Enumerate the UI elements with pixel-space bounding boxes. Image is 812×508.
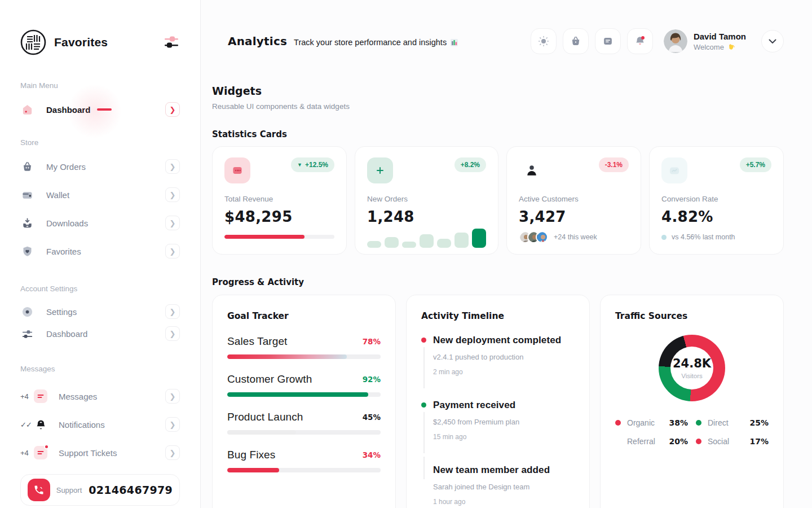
goal-tracker-panel: Goal Tracker Sales Target78% Customer Gr… [212, 295, 396, 508]
chevron-right-icon[interactable]: ❯ [165, 445, 180, 460]
theme-toggle-button[interactable] [531, 28, 557, 54]
stat-label: Active Customers [519, 195, 629, 203]
download-icon [20, 216, 34, 230]
user-menu[interactable]: David Tamon Welcome [664, 29, 746, 53]
page-subtitle: Track your store performance and insight… [294, 38, 458, 47]
legend-label: Organic [627, 418, 655, 427]
legend-item: Social 17% [696, 437, 769, 446]
goal-row: Sales Target78% [227, 335, 381, 359]
chevron-right-icon[interactable]: ❯ [165, 326, 180, 341]
brand-logo-icon [20, 29, 46, 55]
sidebar-item-label: Messages [59, 392, 97, 401]
sidebar-item-notifications[interactable]: ✓✓ Notifications ❯ [20, 416, 180, 433]
customer-avatars: +24 this week [519, 231, 629, 243]
sidebar-item-messages[interactable]: +4 Messages ❯ [20, 388, 180, 405]
goal-progress-track [227, 392, 381, 397]
main-content: Analytics Track your store performance a… [201, 0, 812, 508]
goal-progress-fill [227, 430, 296, 435]
traffic-legend: Organic 38% Direct 25% Referral 20% [615, 418, 769, 446]
stat-label: Conversion Rate [661, 195, 771, 203]
support-contact-card[interactable]: Support 02146467979 [20, 474, 180, 506]
sidebar-item-label: Dashboard [46, 329, 87, 339]
teal-dot-icon [661, 235, 667, 240]
chevron-right-icon[interactable]: ❯ [165, 102, 180, 117]
goal-name: Bug Fixes [227, 449, 275, 461]
sidebar-item-label: Downloads [46, 218, 88, 228]
panel-title: Activity Timeline [421, 311, 575, 321]
chevron-down-icon[interactable] [761, 30, 784, 52]
event-title: New team member added [433, 465, 575, 476]
chevron-right-icon[interactable]: ❯ [165, 216, 180, 230]
stat-value: $48,295 [224, 208, 334, 225]
unread-count-badge: +4 [20, 392, 34, 401]
credit-card-icon [224, 157, 250, 183]
chevron-right-icon[interactable]: ❯ [165, 389, 180, 404]
chevron-right-icon[interactable]: ❯ [165, 304, 180, 319]
timeline-event: Payment received $2,450 from Premium pla… [421, 400, 575, 441]
trend-icon [661, 157, 687, 183]
chevron-right-icon[interactable]: ❯ [165, 417, 180, 432]
ticket-lines-icon [34, 446, 47, 459]
mini-bar [402, 242, 416, 248]
change-badge[interactable]: ▼ +12.5% [291, 157, 334, 172]
goal-progress-track [227, 430, 381, 435]
orders-mini-bar-chart [367, 229, 486, 248]
legend-value: 20% [669, 437, 688, 446]
page-title: Analytics [228, 34, 287, 48]
sidebar-item-downloads[interactable]: Downloads ❯ [20, 214, 180, 231]
goal-name: Customer Growth [227, 373, 312, 386]
sun-icon [537, 35, 550, 47]
legend-label: Referral [627, 437, 655, 446]
visitors-unit: Visitors [681, 373, 703, 379]
chevron-right-icon[interactable]: ❯ [165, 244, 180, 259]
goal-row: Customer Growth92% [227, 373, 381, 397]
sidebar-sliders-toggle[interactable] [163, 35, 180, 50]
sidebar-item-my-orders[interactable]: My Orders ❯ [20, 158, 180, 175]
chevron-right-icon[interactable]: ❯ [165, 187, 180, 202]
mini-bar [437, 239, 451, 248]
legend-value: 17% [749, 437, 769, 446]
user-name: David Tamon [694, 32, 746, 41]
sidebar-item-dashboard[interactable]: Dashboard ❯ [20, 101, 180, 118]
conversion-note: vs 4.56% last month [672, 233, 735, 241]
sidebar-item-support-tickets[interactable]: +4 Support Tickets ❯ [20, 444, 180, 461]
stat-value: 1,248 [367, 208, 486, 225]
bell-icon [634, 35, 646, 47]
sidebar-item-dashboard-settings[interactable]: Dashboard ❯ [20, 325, 180, 342]
change-badge: +8.2% [454, 157, 486, 172]
legend-item: Referral 20% [615, 437, 688, 446]
timeline-line [423, 457, 425, 479]
legend-dot [696, 420, 701, 426]
stat-value: 4.82% [661, 208, 771, 225]
sidebar-item-settings[interactable]: Settings ❯ [20, 303, 180, 320]
goal-progress-fill [227, 354, 347, 359]
read-checkmarks-badge: ✓✓ [20, 421, 34, 429]
goal-progress-fill [227, 392, 368, 397]
statistics-cards: ▼ +12.5% Total Revenue $48,295 +8.2% New… [212, 146, 784, 255]
note-icon [602, 35, 614, 47]
sliders-icon [20, 327, 34, 340]
stat-card-active-customers: -3.1% Active Customers 3,427 +24 this we… [506, 146, 641, 255]
traffic-donut-chart: 24.8K Visitors [659, 335, 725, 401]
cart-button[interactable] [563, 28, 589, 54]
goal-progress-track [227, 354, 381, 359]
goal-name: Sales Target [227, 335, 287, 348]
traffic-sources-panel: Traffic Sources 24.8K Visitors Organic 3… [600, 295, 784, 508]
sidebar-item-favorites[interactable]: Favorites ❯ [20, 243, 180, 260]
sidebar-item-wallet[interactable]: Wallet ❯ [20, 186, 180, 203]
stat-card-total-revenue: ▼ +12.5% Total Revenue $48,295 [212, 146, 347, 255]
legend-value: 38% [669, 418, 688, 427]
statistics-cards-heading: Statistics Cards [212, 129, 784, 139]
chat-lines-icon [34, 389, 47, 403]
panel-title: Traffic Sources [615, 311, 769, 321]
notifications-button[interactable] [627, 28, 653, 54]
home-icon [20, 103, 34, 116]
widgets-subheading: Reusable UI components & data widgets [212, 102, 784, 111]
chevron-right-icon[interactable]: ❯ [165, 159, 180, 174]
basket-icon [20, 160, 34, 173]
legend-dot [696, 439, 701, 444]
goal-percent: 78% [363, 337, 381, 346]
notes-button[interactable] [595, 28, 621, 54]
timeline-event: New team member added Sarah joined the D… [421, 465, 575, 506]
goal-name: Product Launch [227, 411, 303, 423]
